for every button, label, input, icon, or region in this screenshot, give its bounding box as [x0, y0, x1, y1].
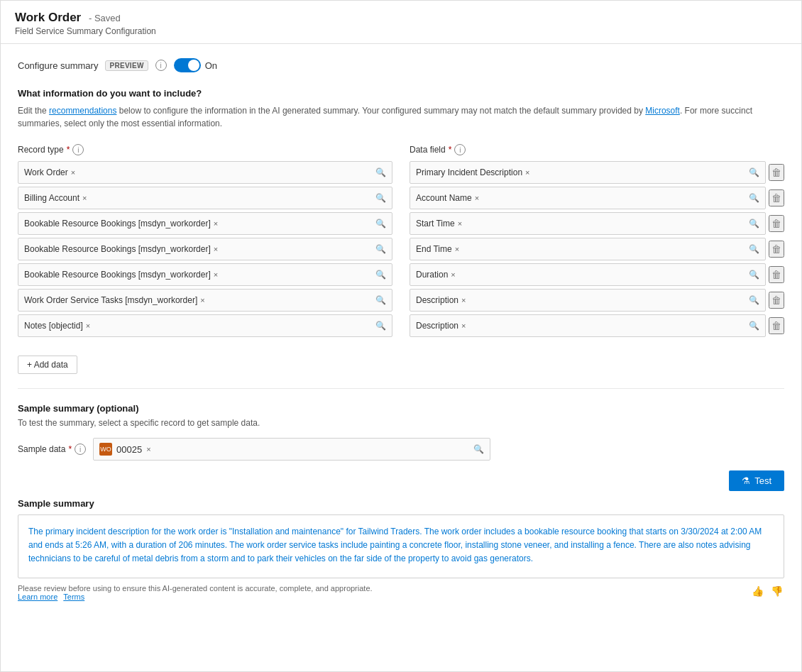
record-type-tag-2: Bookable Resource Bookings [msdyn_workor…	[24, 219, 218, 228]
record-type-info-icon[interactable]: i	[72, 144, 84, 155]
record-type-tag-4: Bookable Resource Bookings [msdyn_workor…	[24, 270, 218, 280]
test-button[interactable]: ⚗ Test	[729, 470, 784, 491]
learn-more-link[interactable]: Learn more	[18, 593, 57, 601]
data-field-delete-3[interactable]: 🗑	[769, 241, 784, 258]
record-type-input-5[interactable]: Work Order Service Tasks [msdyn_workorde…	[18, 289, 392, 312]
record-type-remove-4[interactable]: ×	[214, 270, 218, 279]
page-header: Work Order - Saved Field Service Summary…	[1, 1, 801, 44]
data-field-search-4[interactable]: 🔍	[749, 270, 759, 280]
record-type-row-0: Work Order × 🔍	[18, 161, 392, 184]
record-type-row-1: Billing Account × 🔍	[18, 187, 392, 209]
thumbs-down-button[interactable]: 👎	[769, 584, 784, 598]
sample-record-remove[interactable]: ×	[146, 445, 150, 453]
data-field-remove-6[interactable]: ×	[461, 321, 466, 330]
record-type-row-4: Bookable Resource Bookings [msdyn_workor…	[18, 263, 392, 286]
data-field-input-0[interactable]: Primary Incident Description × 🔍	[410, 161, 766, 184]
sample-data-info-icon[interactable]: i	[75, 444, 86, 455]
record-type-column: Record type * i Work Order × 🔍	[18, 144, 392, 340]
record-type-input-1[interactable]: Billing Account × 🔍	[18, 187, 392, 209]
toggle-knob	[188, 60, 199, 71]
terms-link[interactable]: Terms	[63, 593, 84, 601]
record-type-remove-1[interactable]: ×	[82, 194, 87, 202]
data-field-search-5[interactable]: 🔍	[749, 295, 759, 305]
feedback-buttons: 👍 👎	[750, 584, 784, 598]
toggle-wrapper: On	[174, 58, 217, 72]
data-field-search-3[interactable]: 🔍	[749, 244, 759, 254]
data-field-column: Data field * i Primary Incident Descript…	[410, 144, 784, 340]
data-field-input-2[interactable]: Start Time × 🔍	[410, 212, 766, 235]
data-field-search-2[interactable]: 🔍	[749, 219, 759, 228]
data-field-delete-1[interactable]: 🗑	[769, 189, 784, 206]
data-field-search-0[interactable]: 🔍	[749, 167, 759, 177]
flask-icon: ⚗	[742, 475, 750, 486]
data-field-delete-0[interactable]: 🗑	[769, 164, 784, 181]
data-field-tag-1: Account Name ×	[416, 193, 479, 203]
record-type-search-6[interactable]: 🔍	[375, 321, 386, 331]
record-type-remove-6[interactable]: ×	[86, 321, 90, 330]
data-field-delete-2[interactable]: 🗑	[769, 215, 784, 232]
page-subtitle: Field Service Summary Configuration	[15, 26, 787, 36]
record-type-search-4[interactable]: 🔍	[375, 270, 386, 280]
thumbs-up-button[interactable]: 👍	[750, 584, 765, 598]
record-type-search-3[interactable]: 🔍	[375, 244, 386, 254]
data-field-search-6[interactable]: 🔍	[749, 321, 759, 331]
record-type-search-2[interactable]: 🔍	[375, 219, 386, 228]
configure-info-icon[interactable]: i	[155, 60, 167, 71]
data-field-input-3[interactable]: End Time × 🔍	[410, 238, 766, 260]
data-field-remove-4[interactable]: ×	[451, 270, 455, 279]
recommendations-link[interactable]: recommendations	[49, 106, 116, 116]
record-type-search-1[interactable]: 🔍	[375, 193, 386, 203]
data-field-row-2: Start Time × 🔍 🗑	[410, 212, 784, 235]
data-field-remove-2[interactable]: ×	[458, 219, 462, 228]
record-type-remove-2[interactable]: ×	[214, 219, 218, 228]
data-field-input-6[interactable]: Description × 🔍	[410, 314, 766, 337]
what-info-description: Edit the recommendations below to config…	[18, 104, 784, 130]
record-type-search-5[interactable]: 🔍	[375, 295, 386, 305]
sample-data-search[interactable]: 🔍	[473, 444, 484, 454]
record-type-remove-0[interactable]: ×	[71, 168, 75, 177]
sample-data-row: Sample data * i WO 00025 × 🔍	[18, 438, 784, 461]
data-field-row-6: Description × 🔍 🗑	[410, 314, 784, 337]
data-field-header: Data field * i	[410, 144, 784, 155]
record-type-input-4[interactable]: Bookable Resource Bookings [msdyn_workor…	[18, 263, 392, 286]
summary-toggle[interactable]	[174, 58, 201, 72]
data-field-tag-3: End Time ×	[416, 244, 459, 254]
record-type-input-0[interactable]: Work Order × 🔍	[18, 161, 392, 184]
data-field-info-icon[interactable]: i	[454, 144, 466, 155]
data-field-delete-6[interactable]: 🗑	[769, 317, 784, 334]
data-field-remove-0[interactable]: ×	[525, 168, 529, 177]
data-field-delete-4[interactable]: 🗑	[769, 266, 784, 283]
data-field-remove-1[interactable]: ×	[475, 194, 479, 202]
record-type-input-6[interactable]: Notes [objectid] × 🔍	[18, 314, 392, 337]
work-order-title: Work Order	[15, 11, 81, 24]
data-field-input-1[interactable]: Account Name × 🔍	[410, 187, 766, 209]
data-field-delete-5[interactable]: 🗑	[769, 292, 784, 309]
footer-links: Learn more Terms	[18, 593, 373, 601]
page-title: Work Order - Saved	[15, 11, 787, 25]
configure-summary-row: Configure summary PREVIEW i On	[18, 58, 784, 72]
data-field-row-3: End Time × 🔍 🗑	[410, 238, 784, 260]
data-field-row-0: Primary Incident Description × 🔍 🗑	[410, 161, 784, 184]
record-type-search-0[interactable]: 🔍	[375, 167, 386, 177]
data-field-remove-3[interactable]: ×	[455, 245, 459, 253]
data-field-input-5[interactable]: Description × 🔍	[410, 289, 766, 312]
test-button-label: Test	[754, 475, 771, 486]
data-field-tag-4: Duration ×	[416, 270, 456, 280]
sample-record-icon: WO	[99, 443, 112, 456]
saved-label: - Saved	[89, 13, 121, 23]
record-type-remove-5[interactable]: ×	[200, 296, 204, 304]
record-type-header: Record type * i	[18, 144, 392, 155]
record-type-tag-1: Billing Account ×	[24, 193, 87, 203]
data-field-remove-5[interactable]: ×	[461, 296, 466, 304]
summary-text-box: The primary incident description for the…	[18, 514, 784, 578]
record-type-input-2[interactable]: Bookable Resource Bookings [msdyn_workor…	[18, 212, 392, 235]
microsoft-link[interactable]: Microsoft	[645, 106, 680, 116]
sample-data-input[interactable]: WO 00025 × 🔍	[93, 438, 490, 461]
record-type-remove-3[interactable]: ×	[214, 245, 218, 253]
record-type-tag-3: Bookable Resource Bookings [msdyn_workor…	[24, 244, 218, 254]
data-field-search-1[interactable]: 🔍	[749, 193, 759, 203]
record-type-input-3[interactable]: Bookable Resource Bookings [msdyn_workor…	[18, 238, 392, 260]
data-field-input-4[interactable]: Duration × 🔍	[410, 263, 766, 286]
add-data-button[interactable]: + Add data	[18, 356, 77, 374]
record-type-row-6: Notes [objectid] × 🔍	[18, 314, 392, 337]
